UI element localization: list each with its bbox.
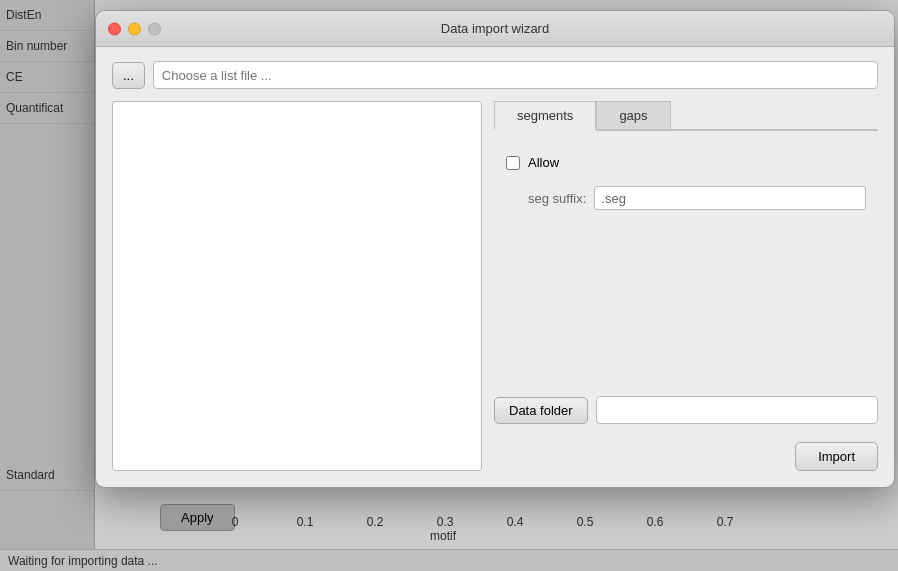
close-button[interactable] bbox=[108, 22, 121, 35]
file-list-panel bbox=[112, 101, 482, 471]
minimize-button[interactable] bbox=[128, 22, 141, 35]
import-row: Import bbox=[494, 442, 878, 471]
allow-row: Allow bbox=[506, 155, 866, 170]
allow-label: Allow bbox=[528, 155, 559, 170]
tab-segments[interactable]: segments bbox=[494, 101, 596, 131]
right-panel: segments gaps Allow bbox=[494, 101, 878, 471]
import-button[interactable]: Import bbox=[795, 442, 878, 471]
data-folder-input[interactable] bbox=[596, 396, 878, 424]
modal-titlebar: Data import wizard bbox=[96, 11, 894, 47]
tab-content-segments: Allow seg suffix: bbox=[494, 139, 878, 276]
tabs-bar: segments gaps bbox=[494, 101, 878, 131]
seg-suffix-row: seg suffix: bbox=[506, 186, 866, 210]
browse-button[interactable]: ... bbox=[112, 62, 145, 89]
modal-overlay: Data import wizard ... segments bbox=[0, 0, 898, 571]
file-path-input[interactable] bbox=[153, 61, 878, 89]
data-folder-button[interactable]: Data folder bbox=[494, 397, 588, 424]
allow-checkbox[interactable] bbox=[506, 156, 520, 170]
file-chooser-row: ... bbox=[112, 61, 878, 89]
modal-title: Data import wizard bbox=[441, 21, 549, 36]
modal-body: ... segments gaps bbox=[96, 47, 894, 487]
seg-suffix-label: seg suffix: bbox=[528, 191, 586, 206]
modal-dialog: Data import wizard ... segments bbox=[95, 10, 895, 488]
data-folder-row: Data folder bbox=[494, 396, 878, 424]
main-content: segments gaps Allow bbox=[112, 101, 878, 471]
window-controls bbox=[108, 22, 161, 35]
spacer bbox=[494, 284, 878, 389]
maximize-button[interactable] bbox=[148, 22, 161, 35]
tab-gaps[interactable]: gaps bbox=[596, 101, 670, 129]
seg-suffix-input[interactable] bbox=[594, 186, 866, 210]
